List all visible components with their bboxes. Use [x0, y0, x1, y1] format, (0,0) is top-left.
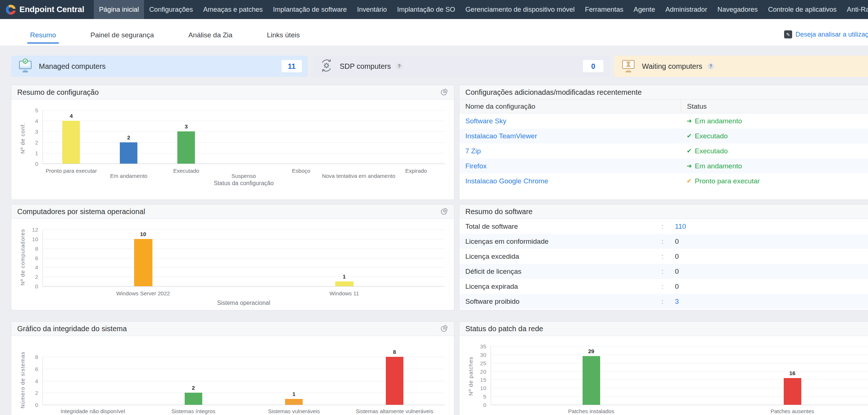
bar-windows-server-2022[interactable] — [134, 239, 152, 286]
config-link-instalacao-google-chrome[interactable]: Instalacao Google Chrome — [465, 177, 548, 185]
panel-title: Gráfico da integridade do sistema — [17, 325, 127, 333]
card-value[interactable]: 0 — [583, 60, 603, 72]
nav-item-implantacao-de-software[interactable]: Implantação de software — [268, 0, 352, 19]
y-tick-label: 5 — [23, 107, 38, 113]
nav-item-agente[interactable]: Agente — [628, 0, 660, 19]
config-status-cell: ✔Executado — [681, 147, 868, 155]
nav-item-navegadores[interactable]: Navegadores — [712, 0, 763, 19]
gridline — [491, 388, 868, 388]
list-item: Déficit de licenças:0 — [459, 264, 868, 279]
bar-sistemas-altamente-vulneraveis[interactable] — [386, 357, 403, 405]
gridline — [43, 248, 445, 249]
gridline — [43, 369, 445, 369]
bar-patches-instalados[interactable] — [583, 356, 600, 405]
tab-resumo[interactable]: Resumo — [29, 31, 57, 46]
nav-item-pagina-inicial[interactable]: Página inicial — [94, 0, 144, 19]
card-label: Managed computers — [39, 62, 106, 71]
colon: : — [655, 238, 670, 246]
list-item: Licenças em conformidade:0 — [459, 234, 868, 249]
check-icon: ✔ — [687, 147, 692, 155]
y-axis-line — [491, 346, 491, 405]
gridline — [43, 381, 445, 381]
pie-chart-toggle-icon[interactable] — [440, 88, 448, 96]
config-link-firefox[interactable]: Firefox — [465, 162, 487, 170]
card-waiting-computers[interactable]: Waiting computers? — [614, 56, 868, 77]
software-metric-value[interactable]: 110 — [670, 223, 686, 231]
panel-software-summary-header: Resumo do software — [459, 205, 868, 219]
arrow-right-icon: ➜ — [687, 162, 692, 170]
card-sdp-computers[interactable]: SDP computers?0 — [313, 56, 609, 77]
y-tick-label: 3 — [23, 128, 38, 135]
bar-sistemas-vulneraveis[interactable] — [285, 399, 303, 405]
metrics-analysis-label: Deseja analisar a utilização de métric — [795, 31, 868, 38]
config-link-7-zip[interactable]: 7 Zip — [465, 147, 481, 155]
help-icon[interactable]: ? — [708, 63, 714, 70]
config-link-instalacao-teamviewer[interactable]: Instalacao TeamViewer — [465, 132, 537, 140]
pie-chart-toggle-icon[interactable] — [440, 208, 448, 216]
bar-value-label: 1 — [281, 391, 307, 397]
brand[interactable]: Endpoint Central — [0, 0, 94, 19]
nav-item-controle-de-aplicativos[interactable]: Controle de aplicativos — [763, 0, 842, 19]
colon: : — [655, 268, 670, 276]
bar-windows-11[interactable] — [335, 281, 354, 286]
x-tick-label: Suspenso — [232, 173, 256, 179]
bar-patches-ausentes[interactable] — [784, 378, 801, 405]
x-tick-label: Executado — [173, 168, 199, 174]
software-metric-label: Software proibido — [459, 298, 655, 306]
config-link-software-sky[interactable]: Software Sky — [465, 117, 506, 125]
software-metric-label: Licença expirada — [459, 283, 655, 291]
x-tick-label: Em andamento — [110, 173, 147, 179]
tab-analise-da-zia[interactable]: Análise da Zia — [188, 31, 233, 46]
tab-bar: ResumoPainel de segurançaAnálise da ZiaL… — [0, 19, 868, 46]
help-icon[interactable]: ? — [396, 63, 403, 70]
bar-sistemas-integros[interactable] — [185, 393, 202, 405]
panel-health-chart: Gráfico da integridade do sistema 02468N… — [11, 321, 454, 415]
config-status-cell: ➜Em andamento — [681, 162, 868, 170]
x-tick-label: Sistemas íntegros — [171, 408, 215, 414]
card-value[interactable]: 11 — [281, 60, 302, 72]
x-axis-title: Status da configuração — [214, 180, 274, 187]
gridline — [43, 258, 445, 258]
y-tick-label: 20 — [472, 368, 486, 374]
nav-item-ferramentas[interactable]: Ferramentas — [580, 0, 628, 19]
nav-item-anti-ransomware[interactable]: Anti-Ransomware — [842, 0, 868, 19]
nav-item-ameacas-e-patches[interactable]: Ameaças e patches — [198, 0, 268, 19]
software-metric-label: Déficit de licenças — [459, 268, 655, 276]
panel-title: Status do patch da rede — [465, 325, 543, 333]
bar-executado[interactable] — [177, 131, 195, 164]
tab-links-uteis[interactable]: Links úteis — [266, 31, 300, 46]
y-axis-title: Nº de patches — [468, 356, 474, 396]
bar-pronto-para-executar[interactable] — [62, 121, 80, 164]
gridline — [491, 346, 868, 347]
y-tick-label: 10 — [472, 385, 486, 391]
bar-em-andamento[interactable] — [120, 142, 137, 164]
os-chart: 024681012Nº de computadores10Windows Ser… — [11, 219, 454, 310]
nav-item-administrador[interactable]: Administrador — [660, 0, 712, 19]
pie-chart-toggle-icon[interactable] — [440, 325, 448, 333]
bar-value-label: 3 — [173, 123, 199, 130]
panel-title: Resumo do software — [465, 208, 532, 216]
y-axis-title: Nº de conf. — [19, 123, 26, 154]
card-managed-computers[interactable]: Managed computers11 — [11, 56, 308, 77]
check-icon: ✔ — [687, 177, 692, 185]
nav-item-inventario[interactable]: Inventário — [352, 0, 392, 19]
tabs: ResumoPainel de segurançaAnálise da ZiaL… — [29, 31, 300, 46]
panel-config-summary-header: Resumo de configuração — [11, 85, 454, 100]
metrics-analysis-link[interactable]: ✎ Deseja analisar a utilização de métric — [784, 30, 868, 38]
card-label: SDP computers — [340, 62, 391, 71]
gridline — [43, 267, 445, 268]
nav-item-implantacao-de-so[interactable]: Implantação de SO — [392, 0, 460, 19]
y-tick-label: 4 — [23, 378, 38, 384]
nav-item-gerenciamento-de-dispositivo-movel[interactable]: Gerenciamento de dispositivo móvel — [460, 0, 580, 19]
colon: : — [655, 283, 670, 291]
software-metric-value: 0 — [670, 238, 679, 246]
gridline — [43, 239, 445, 239]
config-summary-chart: 012345Nº de conf.4Pronto para executar2E… — [11, 100, 454, 200]
software-metric-value[interactable]: 3 — [670, 298, 679, 306]
gridline — [491, 396, 868, 397]
nav-item-configuracoes[interactable]: Configurações — [144, 0, 198, 19]
software-metric-label: Licenças em conformidade — [459, 238, 655, 246]
y-tick-label: 8 — [23, 354, 38, 360]
tab-painel-de-seguranca[interactable]: Painel de segurança — [90, 31, 155, 46]
bar-value-label: 8 — [382, 349, 407, 355]
